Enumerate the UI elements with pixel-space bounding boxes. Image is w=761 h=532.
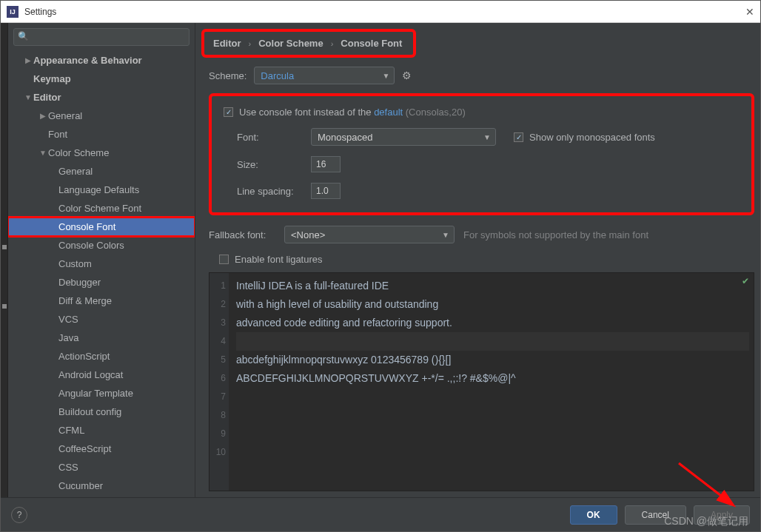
tree-item-java[interactable]: Java [8,329,195,347]
font-label: Font: [237,132,304,143]
tree-item-label: Console Font [58,221,115,232]
preview-line [236,425,749,443]
spacing-input[interactable] [311,183,341,199]
preview-line: IntelliJ IDEA is a full-featured IDE [236,277,749,295]
mono-only-checkbox[interactable]: Show only monospaced fonts [514,132,655,143]
checkbox-icon [224,107,233,117]
tree-item-label: Keymap [33,73,71,84]
ok-button[interactable]: OK [570,505,617,525]
font-value: Monospaced [318,132,372,143]
tree-item-label: Editor [33,92,61,103]
tree-item-label: Debugger [58,277,101,288]
tree-item-label: CoffeeScript [58,443,111,454]
tree-item-label: ActionScript [58,351,110,362]
tree-item-actionscript[interactable]: ActionScript [8,347,195,366]
fallback-select[interactable]: <None> ▼ [284,226,455,243]
tree-item-android-logcat[interactable]: Android Logcat [8,366,195,384]
tree-item-label: Color Scheme [48,147,109,158]
tree-item-appearance-behavior[interactable]: ▶Appearance & Behavior [8,51,195,70]
fallback-value: <None> [291,229,325,240]
tree-item-label: Angular Template [58,388,133,399]
use-console-font-checkbox[interactable]: Use console font instead of the default … [224,107,466,118]
fallback-row: Fallback font: <None> ▼ For symbols not … [209,226,754,243]
preview-line: advanced code editing and refactoring su… [236,314,749,332]
tree-item-color-scheme-font[interactable]: Color Scheme Font [8,199,195,218]
tree-item-general[interactable]: ▶General [8,107,195,125]
chevron-right-icon: ▶ [23,56,33,64]
gear-icon[interactable]: ⚙ [402,70,412,81]
tree-item-label: Buildout config [58,406,121,417]
checkbox-icon [219,255,229,264]
tree-item-label: CFML [58,425,84,436]
default-link[interactable]: default [374,107,403,118]
tree-item-label: VCS [58,314,78,325]
tree-item-general[interactable]: General [8,162,195,181]
left-gutter [1,23,8,497]
breadcrumb-crumb[interactable]: Color Scheme [258,38,323,49]
mono-only-label: Show only monospaced fonts [529,132,655,143]
chevron-down-icon: ▼ [483,133,491,141]
fallback-label: Fallback font: [209,229,275,240]
ligatures-label: Enable font ligatures [235,254,323,265]
tree-item-diff-merge[interactable]: Diff & Merge [8,292,195,310]
window-title: Settings [24,7,745,17]
tree-item-language-defaults[interactable]: Language Defaults [8,181,195,199]
breadcrumb-crumb[interactable]: Console Font [341,38,402,49]
tree-item-vcs[interactable]: VCS [8,310,195,329]
tree-item-coffeescript[interactable]: CoffeeScript [8,440,195,458]
console-font-group: Use console font instead of the default … [209,93,754,215]
chevron-down-icon: ▼ [23,93,33,101]
check-icon: ✔ [742,276,749,286]
size-input[interactable] [311,156,341,172]
tree-item-label: Font [48,129,67,140]
preview-line [236,406,749,425]
close-icon[interactable]: ✕ [745,6,754,18]
tree-item-cucumber[interactable]: Cucumber [8,477,195,495]
chevron-down-icon: ▼ [38,149,48,157]
preview-line [236,332,749,351]
tree-item-keymap[interactable]: Keymap [8,70,195,88]
ligatures-checkbox[interactable]: Enable font ligatures [219,254,323,265]
tree-item-label: Diff & Merge [58,295,112,306]
apply-button[interactable]: Apply [694,505,750,525]
tree-item-angular-template[interactable]: Angular Template [8,384,195,403]
chevron-right-icon: › [249,39,252,48]
tree-item-buildout-config[interactable]: Buildout config [8,403,195,421]
tree-item-label: General [48,110,82,121]
font-select[interactable]: Monospaced ▼ [311,128,496,146]
cancel-button[interactable]: Cancel [625,505,686,525]
scheme-row: Scheme: Darcula ▼ ⚙ [209,67,754,84]
tree-item-font[interactable]: Font [8,125,195,144]
chevron-down-icon: ▼ [442,231,449,239]
scheme-label: Scheme: [209,70,247,81]
tree-item-editor[interactable]: ▼Editor [8,88,195,107]
breadcrumb: Editor›Color Scheme›Console Font [201,29,416,58]
settings-tree[interactable]: ▶Appearance & BehaviorKeymap▼Editor▶Gene… [8,51,195,497]
preview-line [236,388,749,406]
tree-item-label: Color Scheme Font [58,203,141,214]
tree-item-custom[interactable]: Custom [8,255,195,273]
size-label: Size: [237,159,304,170]
chevron-down-icon: ▼ [382,72,389,80]
gutter-marker [2,304,7,309]
tree-item-color-scheme[interactable]: ▼Color Scheme [8,144,195,162]
tree-item-debugger[interactable]: Debugger [8,273,195,292]
use-label-prefix: Use console font instead of the [239,107,374,118]
tree-item-console-font[interactable]: Console Font [8,218,195,236]
tree-item-cfml[interactable]: CFML [8,421,195,440]
tree-item-label: Language Defaults [58,184,139,195]
content-pane: Editor›Color Scheme›Console Font Scheme:… [195,23,760,497]
help-button[interactable]: ? [11,507,27,523]
tree-item-label: Cucumber [58,480,103,491]
search-input[interactable] [13,28,190,46]
tree-item-console-colors[interactable]: Console Colors [8,236,195,255]
scheme-value: Darcula [261,70,294,81]
scheme-select[interactable]: Darcula ▼ [254,67,395,84]
tree-item-label: Custom [58,258,92,269]
tree-item-label: Android Logcat [58,369,123,380]
breadcrumb-crumb[interactable]: Editor [213,38,241,49]
tree-item-css[interactable]: CSS [8,458,195,477]
titlebar: IJ Settings ✕ [1,1,760,23]
tree-item-label: General [58,166,93,177]
gutter-marker [2,245,7,249]
